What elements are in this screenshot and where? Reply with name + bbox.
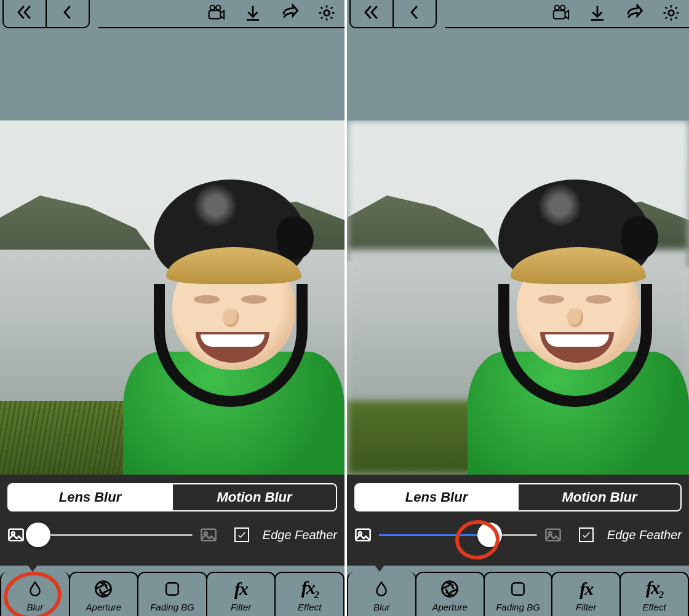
- lens-blur-option[interactable]: Lens Blur: [356, 484, 517, 510]
- photo-subject: [443, 155, 689, 475]
- fx-icon: fx: [579, 578, 592, 599]
- image-small-icon: [7, 526, 25, 543]
- svg-point-0: [210, 6, 215, 10]
- slider-track: [32, 534, 193, 536]
- edge-feather-checkbox[interactable]: [234, 527, 249, 542]
- svg-rect-9: [166, 583, 178, 595]
- tab-aperture[interactable]: Aperture: [415, 572, 485, 616]
- svg-point-13: [669, 10, 674, 16]
- download-icon: [588, 4, 607, 25]
- aperture-icon: [94, 578, 113, 599]
- tab-blur[interactable]: Blur: [0, 572, 70, 616]
- tab-blur[interactable]: Blur: [347, 572, 416, 616]
- controls-strip: Lens Blur Motion Blur Edge Feather: [347, 475, 689, 566]
- slider-thumb[interactable]: [477, 523, 502, 547]
- image-blur-icon: [544, 526, 562, 543]
- tab-label: Aperture: [432, 602, 468, 612]
- tab-aperture[interactable]: Aperture: [69, 572, 139, 616]
- tab-label: Filter: [231, 602, 251, 612]
- tab-label: Effect: [298, 602, 321, 612]
- share-arrow-icon: [281, 4, 299, 25]
- chevron-left-icon: [405, 3, 424, 24]
- drop-icon: [27, 578, 43, 599]
- tab-label: Effect: [642, 602, 666, 612]
- svg-rect-12: [554, 10, 565, 18]
- tab-filter[interactable]: fx Filter: [206, 572, 276, 616]
- video-camera-icon: [207, 4, 225, 25]
- tab-label: Filter: [576, 602, 596, 612]
- header-spacer: [0, 28, 344, 120]
- tab-fading-bg[interactable]: Fading BG: [137, 572, 207, 616]
- tab-label: Blur: [373, 602, 390, 612]
- tab-label: Aperture: [86, 602, 122, 612]
- photo-canvas[interactable]: [0, 120, 344, 475]
- share-button[interactable]: [621, 1, 647, 27]
- tab-label: Fading BG: [496, 602, 540, 612]
- edge-feather-label: Edge Feather: [263, 528, 337, 542]
- bottom-tab-bar: Blur Aperture Fading BG fx Filter fx2 Ef…: [0, 566, 344, 616]
- aperture-icon: [440, 578, 459, 599]
- video-camera-icon: [551, 4, 570, 25]
- video-button[interactable]: [203, 1, 229, 27]
- motion-blur-option[interactable]: Motion Blur: [517, 484, 680, 510]
- double-chevron-left-icon: [15, 3, 34, 24]
- image-small-icon: [354, 526, 372, 543]
- download-icon: [244, 4, 262, 25]
- motion-blur-option[interactable]: Motion Blur: [172, 484, 336, 510]
- fx2-icon: fx2: [301, 577, 318, 601]
- settings-button[interactable]: [314, 1, 340, 27]
- share-button[interactable]: [277, 1, 303, 27]
- bottom-tab-bar: Blur Aperture Fading BG fx Filter fx2 Ef…: [347, 566, 689, 616]
- fx-icon: fx: [234, 578, 247, 599]
- active-tab-pointer: [27, 564, 38, 572]
- tab-label: Fading BG: [150, 602, 194, 612]
- svg-rect-2: [209, 10, 221, 18]
- video-button[interactable]: [548, 1, 573, 27]
- blur-amount-slider[interactable]: [32, 525, 193, 545]
- gear-icon: [662, 4, 680, 25]
- tab-label: Blur: [26, 602, 43, 612]
- back-button[interactable]: [46, 0, 90, 28]
- blur-amount-slider[interactable]: [379, 525, 537, 545]
- tab-effect[interactable]: fx2 Effect: [274, 572, 344, 616]
- svg-point-10: [555, 6, 560, 10]
- square-icon: [510, 578, 526, 599]
- svg-point-1: [216, 6, 221, 10]
- editor-pane-right: Lens Blur Motion Blur Edge Feather: [344, 0, 689, 616]
- top-toolbar: [347, 0, 689, 28]
- tab-fading-bg[interactable]: Fading BG: [484, 572, 553, 616]
- top-toolbar: [0, 0, 344, 28]
- settings-button[interactable]: [658, 1, 684, 27]
- download-button[interactable]: [240, 1, 266, 27]
- chevron-left-icon: [58, 3, 77, 24]
- double-chevron-left-icon: [362, 3, 381, 24]
- edge-feather-label: Edge Feather: [607, 528, 682, 542]
- photo-canvas[interactable]: [347, 120, 689, 475]
- blur-type-segmented: Lens Blur Motion Blur: [354, 483, 682, 511]
- svg-rect-19: [512, 583, 524, 595]
- lens-blur-option[interactable]: Lens Blur: [9, 484, 172, 510]
- back-all-button[interactable]: [349, 0, 394, 28]
- tab-filter[interactable]: fx Filter: [551, 572, 621, 616]
- photo-subject: [98, 155, 344, 475]
- svg-point-11: [560, 6, 565, 10]
- back-all-button[interactable]: [2, 0, 47, 28]
- tab-effect[interactable]: fx2 Effect: [619, 572, 689, 616]
- controls-strip: Lens Blur Motion Blur Edge Feather: [0, 475, 344, 566]
- image-blur-icon: [200, 526, 217, 543]
- svg-point-3: [324, 10, 330, 16]
- square-icon: [164, 578, 180, 599]
- slider-fill: [379, 534, 490, 536]
- fx2-icon: fx2: [646, 577, 663, 601]
- download-button[interactable]: [584, 1, 610, 27]
- blur-type-segmented: Lens Blur Motion Blur: [7, 483, 337, 511]
- slider-thumb[interactable]: [26, 523, 50, 547]
- drop-icon: [373, 578, 389, 599]
- editor-pane-left: Lens Blur Motion Blur Edge Feather: [0, 0, 344, 616]
- header-spacer: [347, 28, 689, 120]
- back-button[interactable]: [392, 0, 437, 28]
- edge-feather-checkbox[interactable]: [579, 527, 594, 542]
- share-arrow-icon: [625, 4, 643, 25]
- gear-icon: [317, 4, 336, 25]
- active-tab-pointer: [374, 564, 385, 572]
